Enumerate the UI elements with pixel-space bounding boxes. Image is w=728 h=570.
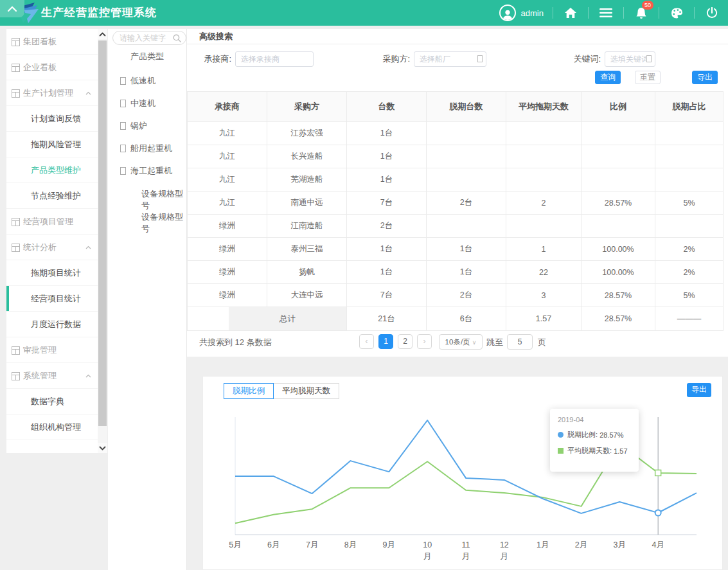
power-icon [706, 7, 718, 19]
sidebar-item-经营项目统计[interactable]: 经营项目统计 [6, 286, 98, 312]
column-header-承接商: 承接商 [188, 92, 267, 122]
tree-item-低速机[interactable]: 低速机 [120, 75, 155, 87]
sidebar-item-经营项目管理[interactable]: 经营项目管理 [6, 209, 98, 235]
tree-item-锅炉[interactable]: 锅炉 [120, 120, 147, 132]
page-title: 生产经营监控管理系统 [41, 0, 157, 26]
table-cell [582, 145, 655, 168]
sidebar-item-节点经验维护[interactable]: 节点经验维护 [6, 183, 98, 209]
sidebar-item-月度运行数据[interactable]: 月度运行数据 [6, 312, 98, 337]
column-header-采购方: 采购方 [267, 92, 347, 122]
table-row: 绿洲江南造船2台 [188, 215, 724, 238]
sidebar-item-数据字典[interactable]: 数据字典 [6, 389, 98, 414]
sidebar-item-生产计划管理[interactable]: 生产计划管理 [6, 80, 98, 106]
table-cell [655, 168, 724, 191]
jump-to-label: 跳至 [486, 337, 503, 348]
prev-page-button[interactable]: ‹ [359, 334, 374, 349]
select-glyph-icon [477, 55, 483, 62]
top-header-bar: 生产经营监控管理系统 admin [0, 0, 728, 26]
page-button-2[interactable]: 2 [398, 334, 413, 349]
table-cell: 22 [506, 261, 582, 284]
tree-item-label: 船用起重机 [130, 143, 172, 154]
tree-item-船用起重机[interactable]: 船用起重机 [120, 143, 172, 154]
column-header-台数: 台数 [347, 92, 427, 122]
column-header-脱期占比: 脱期占比 [655, 92, 724, 122]
sidebar-item-统计分析[interactable]: 统计分析 [6, 235, 98, 260]
dashboard-icon [12, 244, 20, 252]
glyph-box-icon [120, 77, 126, 85]
sidebar-item-组织机构管理[interactable]: 组织机构管理 [6, 414, 98, 440]
tree-leaf-设备规格型号-1[interactable]: 设备规格型号 [141, 188, 186, 211]
page-size-select[interactable]: 10条/页 ∨ [439, 334, 483, 350]
sidebar-item-审批管理[interactable]: 审批管理 [6, 337, 98, 363]
field-keyword: 关键词: [567, 51, 655, 67]
table-cell [582, 215, 655, 238]
notifications-button[interactable]: 50 [633, 4, 650, 21]
sidebar-collapse-button[interactable] [0, 0, 24, 17]
table-cell: 100.00% [582, 238, 655, 261]
export-button[interactable]: 导出 [692, 71, 718, 84]
scroll-down-arrow[interactable] [98, 443, 107, 453]
series-marker-icon [558, 448, 564, 454]
table-cell: 长兴造船 [267, 145, 347, 168]
contractor-input[interactable] [236, 55, 313, 64]
table-cell: 绿洲 [188, 215, 267, 238]
theme-button[interactable] [668, 4, 685, 21]
x-axis-label: 6月 [267, 540, 280, 549]
jump-page-input[interactable] [507, 334, 533, 350]
sidebar-item-拖期风险管理[interactable]: 拖期风险管理 [6, 132, 98, 157]
advanced-search-title: 高级搜索 [187, 29, 728, 44]
tree-search-input[interactable] [120, 31, 173, 44]
sidebar-item-企业看板[interactable]: 企业看板 [6, 55, 98, 80]
notification-badge: 50 [642, 1, 653, 10]
tooltip-series-value: 1.57 [614, 447, 627, 455]
tooltip-series-label: 平均脱期天数: [567, 446, 614, 456]
column-header-比例: 比例 [582, 92, 655, 122]
sidebar-item-label: 计划查询反馈 [31, 114, 81, 123]
dashboard-icon [12, 372, 20, 380]
results-table: 承接商采购方台数脱期台数平均拖期天数比例脱期占比 九江江苏宏强1台九江长兴造船1… [187, 91, 724, 331]
sidebar-item-拖期项目统计[interactable]: 拖期项目统计 [6, 260, 98, 286]
chart-tab-脱期比例[interactable]: 脱期比例 [224, 383, 274, 399]
logout-button[interactable] [704, 4, 720, 21]
sidebar-item-label: 组织机构管理 [31, 422, 81, 432]
tree-item-海工起重机[interactable]: 海工起重机 [120, 165, 172, 177]
table-row: 绿洲大连中远7台2台328.57%5% [188, 284, 724, 307]
purchaser-select[interactable] [414, 55, 486, 64]
sidebar-item-label: 审批管理 [23, 345, 57, 355]
tree-item-中速机[interactable]: 中速机 [120, 98, 155, 109]
table-cell: 3 [506, 284, 582, 307]
sidebar-item-产品类型维护[interactable]: 产品类型维护 [6, 157, 98, 183]
menu-button[interactable] [598, 4, 614, 21]
sidebar-scrollbar[interactable] [98, 29, 107, 453]
table-cell: 九江 [188, 168, 267, 191]
user-avatar[interactable] [499, 4, 516, 21]
table-cell: 九江 [188, 145, 267, 168]
table-row: 九江南通中远7台2台228.57%5% [188, 191, 724, 215]
sidebar-item-label: 系统管理 [23, 371, 57, 380]
sidebar-item-label: 集团看板 [23, 37, 57, 46]
total-cell: 21台 [347, 307, 427, 331]
chevron-up-icon [85, 91, 91, 95]
table-cell: 绿洲 [188, 261, 267, 284]
next-page-button[interactable]: › [417, 334, 432, 349]
sidebar-item-计划查询反馈[interactable]: 计划查询反馈 [6, 106, 98, 132]
home-button[interactable] [562, 4, 579, 21]
sidebar-item-系统管理[interactable]: 系统管理 [6, 363, 98, 389]
keyword-label: 关键词: [567, 53, 601, 65]
scroll-up-arrow[interactable] [98, 29, 107, 39]
line-chart[interactable]: 5月6月7月8月9月10月11月12月1月2月3月4月 [203, 377, 724, 570]
query-button[interactable]: 查询 [595, 71, 621, 84]
sidebar-item-label: 经营项目管理 [23, 217, 73, 226]
main-content-panel: 高级搜索 承接商: 采购方: 关键词: 查询 重置 导出 承接商采购方台数脱期台… [187, 29, 728, 357]
page-button-1[interactable]: 1 [378, 334, 393, 349]
total-cell: 1.57 [506, 307, 582, 331]
tooltip-series-row: 脱期比例: 28.57% [558, 430, 631, 440]
tree-root-node[interactable]: 产品类型 [130, 51, 164, 62]
table-cell [506, 145, 582, 168]
sidebar-item-集团看板[interactable]: 集团看板 [6, 29, 98, 55]
reset-button[interactable]: 重置 [635, 71, 661, 84]
scrollbar-thumb[interactable] [98, 40, 107, 426]
glyph-box-icon [120, 145, 126, 152]
tree-leaf-设备规格型号-2[interactable]: 设备规格型号 [141, 211, 186, 235]
column-header-脱期台数: 脱期台数 [427, 92, 506, 122]
